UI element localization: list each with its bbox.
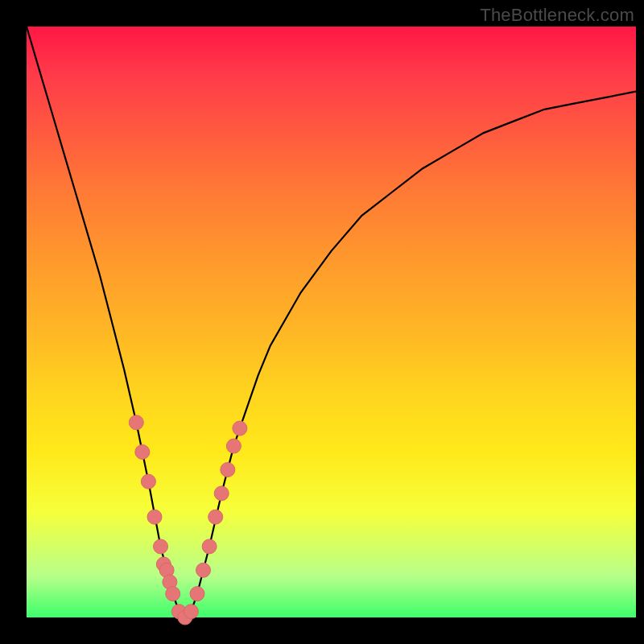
curve-marker-dot	[135, 445, 150, 460]
curve-marker-dot	[214, 486, 229, 501]
curve-marker-dot	[233, 421, 247, 436]
curve-marker-dot	[208, 510, 223, 524]
chart-frame: TheBottleneck.com	[0, 0, 644, 644]
curve-marker-dot	[147, 510, 162, 524]
chart-svg	[27, 27, 636, 617]
curve-marker-dot	[184, 605, 198, 619]
curve-marker-dot	[141, 474, 155, 489]
curve-markers	[129, 415, 247, 625]
curve-marker-dot	[221, 463, 235, 477]
curve-marker-dot	[166, 587, 180, 601]
bottleneck-curve	[27, 27, 636, 617]
curve-marker-dot	[154, 539, 168, 554]
curve-marker-dot	[196, 563, 211, 577]
curve-marker-dot	[202, 539, 217, 554]
curve-marker-dot	[226, 439, 241, 453]
watermark-text: TheBottleneck.com	[480, 5, 634, 26]
plot-area	[27, 27, 636, 617]
curve-marker-dot	[190, 587, 204, 601]
curve-marker-dot	[129, 415, 143, 430]
